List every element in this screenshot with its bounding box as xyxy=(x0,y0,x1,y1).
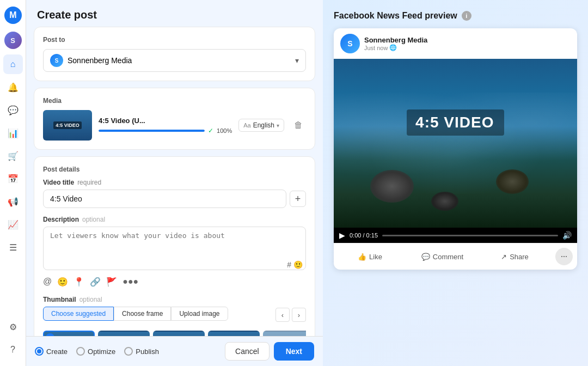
sidebar-item-help[interactable]: ? xyxy=(3,340,23,359)
emoji-toolbar-icon[interactable]: 🙂 xyxy=(57,277,68,287)
svg-text:M: M xyxy=(9,10,16,20)
fb-page-avatar: S xyxy=(340,34,360,53)
comment-button[interactable]: 💬 Comment xyxy=(406,246,479,267)
facebook-post-preview: S Sonnenberg Media Just now 🌐 xyxy=(334,28,577,270)
preview-title: Facebook News Feed preview xyxy=(334,11,457,21)
thumbnail-strip: ✓ 4:5 VIDEO 4:5 VIDEO 4:5 VIDEO 4:5 VIDE… xyxy=(43,331,306,336)
tab-choose-frame[interactable]: Choose frame xyxy=(114,307,171,321)
fb-actions: 👍 Like 💬 Comment ↗ Share ⋯ xyxy=(334,243,577,270)
sidebar-item-notifications[interactable]: 🔔 xyxy=(3,77,23,97)
lang-dropdown-icon: ▾ xyxy=(277,123,279,129)
step-publish[interactable]: Publish xyxy=(124,347,159,356)
thumbnail-optional: optional xyxy=(79,296,102,303)
main-content: Create post Post to S Sonnenberg Media ▾… xyxy=(26,0,588,366)
thumbnail-next-button[interactable]: › xyxy=(292,308,306,322)
video-title-label: Video title required xyxy=(43,179,306,186)
thumbnail-item-4[interactable]: 4:5 VIDEO xyxy=(208,331,260,336)
next-button[interactable]: Next xyxy=(274,342,314,361)
sidebar-item-menu[interactable]: ☰ xyxy=(3,237,23,257)
app-logo: M xyxy=(4,7,22,24)
create-panel-body: Post to S Sonnenberg Media ▾ Media 4:5 V… xyxy=(26,27,323,336)
post-to-inner: S Sonnenberg Media xyxy=(50,54,132,67)
info-icon[interactable]: i xyxy=(462,11,471,21)
like-icon: 👍 xyxy=(358,253,366,261)
video-controls: ▶ 0:00 / 0:15 🔊 xyxy=(334,228,577,243)
share-button[interactable]: ↗ Share xyxy=(479,246,551,267)
preview-header: Facebook News Feed preview i xyxy=(334,11,577,21)
bottom-buttons: Cancel Next xyxy=(225,342,314,361)
description-field: Description optional # 🙂 @ 🙂 📍 xyxy=(43,216,306,288)
more-options-icon[interactable]: ●●● xyxy=(122,277,138,287)
sidebar-item-campaigns[interactable]: 📢 xyxy=(3,192,23,211)
video-title-input-row: + xyxy=(43,190,306,208)
sidebar-item-analytics[interactable]: 📊 xyxy=(3,123,23,143)
language-select[interactable]: Aa English ▾ xyxy=(238,119,284,132)
seek-bar[interactable] xyxy=(382,235,558,236)
tab-upload-image[interactable]: Upload image xyxy=(171,307,228,321)
media-info: 4:5 Video (U... ✓ 100% xyxy=(99,117,232,135)
progress-bar xyxy=(99,130,205,132)
create-post-panel: Create post Post to S Sonnenberg Media ▾… xyxy=(26,0,323,366)
post-details-section: Post details Video title required + D xyxy=(34,156,315,336)
sidebar: M S ⌂ 🔔 💬 📊 🛒 📅 📢 📈 ☰ ⚙ ? xyxy=(0,0,26,366)
thumbnail-item-2[interactable]: 4:5 VIDEO xyxy=(98,331,150,336)
fb-video-label: 4:5 VIDEO xyxy=(407,109,504,136)
sidebar-item-reports[interactable]: 📈 xyxy=(3,215,23,234)
thumbnail-item-1[interactable]: ✓ 4:5 VIDEO xyxy=(43,331,95,336)
publish-radio-outer xyxy=(124,347,133,356)
sidebar-item-messages[interactable]: 💬 xyxy=(3,100,23,120)
thumbnail-selected-icon: ✓ xyxy=(46,333,54,336)
mention-icon[interactable]: @ xyxy=(43,277,52,287)
fb-more-options: ⋯ xyxy=(551,246,577,267)
delete-media-button[interactable]: 🗑 xyxy=(291,118,306,133)
emoji-icon[interactable]: 🙂 xyxy=(293,260,303,269)
thumbnail-item-5[interactable]: 4:5 VIDEO xyxy=(263,331,306,336)
globe-icon: 🌐 xyxy=(389,44,397,51)
sidebar-item-home[interactable]: ⌂ xyxy=(3,54,23,74)
flag-icon[interactable]: 🚩 xyxy=(106,277,117,287)
sidebar-item-settings[interactable]: ⚙ xyxy=(3,317,23,337)
thumbnail-label: Thumbnail optional xyxy=(43,296,306,303)
page-avatar: S xyxy=(50,54,63,67)
user-avatar[interactable]: S xyxy=(4,32,22,49)
progress-check-icon: ✓ xyxy=(208,127,213,135)
video-title-input[interactable] xyxy=(43,190,286,208)
description-textarea-wrap: # 🙂 xyxy=(43,227,306,272)
optional-indicator: optional xyxy=(82,216,105,223)
media-filename: 4:5 Video (U... xyxy=(99,117,232,125)
link-icon[interactable]: 🔗 xyxy=(90,277,101,287)
thumbnail-item-3[interactable]: 4:5 VIDEO xyxy=(153,331,205,336)
post-to-select[interactable]: S Sonnenberg Media ▾ xyxy=(43,49,306,72)
page-name: Sonnenberg Media xyxy=(68,56,132,65)
step-create[interactable]: Create xyxy=(35,347,68,356)
step-radios: Create Optimize Publish xyxy=(35,347,159,356)
thumbnail-prev-button[interactable]: ‹ xyxy=(275,308,290,322)
create-radio-inner xyxy=(37,349,41,353)
media-thumbnail: 4:5 VIDEO xyxy=(43,110,92,141)
create-step-label: Create xyxy=(46,347,68,356)
volume-button[interactable]: 🔊 xyxy=(562,231,572,240)
like-button[interactable]: 👍 Like xyxy=(334,246,406,267)
format-toolbar: @ 🙂 📍 🔗 🚩 ●●● xyxy=(43,276,306,288)
description-textarea[interactable] xyxy=(43,227,306,270)
add-title-button[interactable]: + xyxy=(290,191,306,207)
post-to-label: Post to xyxy=(43,36,306,44)
step-optimize[interactable]: Optimize xyxy=(76,347,115,356)
media-progress: ✓ 100% xyxy=(99,127,232,135)
create-radio-outer xyxy=(35,347,44,356)
textarea-actions: # 🙂 xyxy=(287,260,303,269)
play-button[interactable]: ▶ xyxy=(339,231,345,240)
post-to-section: Post to S Sonnenberg Media ▾ xyxy=(34,27,315,81)
optimize-radio-outer xyxy=(76,347,85,356)
thumbnail-field: Thumbnail optional Choose suggested Choo… xyxy=(43,296,306,336)
tab-choose-suggested[interactable]: Choose suggested xyxy=(43,307,114,321)
language-value: English xyxy=(253,121,274,129)
sidebar-item-shopping[interactable]: 🛒 xyxy=(3,146,23,166)
more-options-button[interactable]: ⋯ xyxy=(555,248,573,265)
hashtag-icon[interactable]: # xyxy=(287,260,291,269)
thumbnail-tabs: Choose suggested Choose frame Upload ima… xyxy=(43,307,228,321)
sidebar-item-calendar[interactable]: 📅 xyxy=(3,169,23,188)
location-icon[interactable]: 📍 xyxy=(74,277,84,287)
cancel-button[interactable]: Cancel xyxy=(225,342,270,361)
media-label: Media xyxy=(43,97,306,105)
